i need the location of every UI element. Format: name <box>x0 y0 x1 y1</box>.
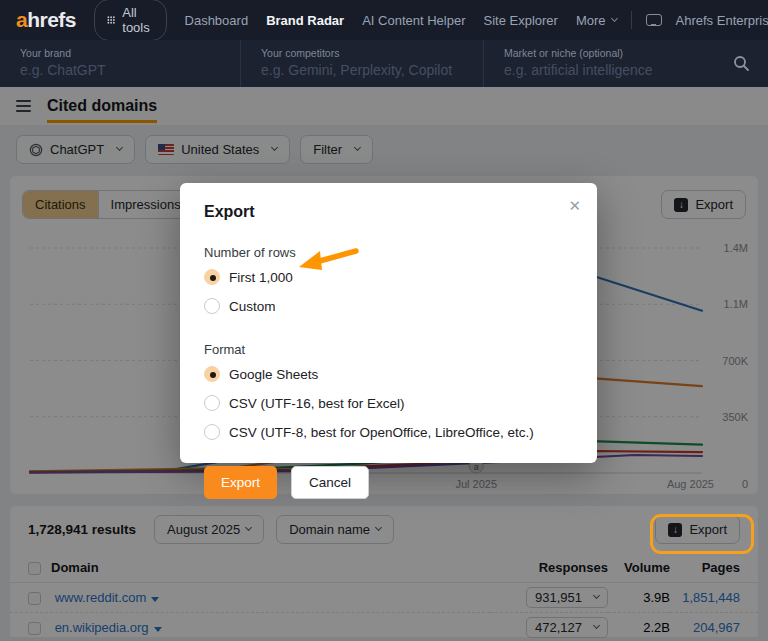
annotation-highlight-ring <box>650 514 754 554</box>
account-label: Ahrefs Enterprise <box>676 13 768 28</box>
grid-icon <box>107 14 115 26</box>
market-niche-label: Market or niche (optional) <box>504 47 728 59</box>
logo-a: a <box>16 8 27 32</box>
radio-label: Custom <box>229 299 276 314</box>
radio-first-1000[interactable]: First 1,000 <box>204 265 573 289</box>
export-modal: ✕ Export Number of rows First 1,000 Cust… <box>180 183 597 463</box>
format-group-label: Format <box>204 342 573 357</box>
radio-label: CSV (UTF-8, best for OpenOffice, LibreOf… <box>229 425 534 440</box>
close-icon[interactable]: ✕ <box>568 197 581 215</box>
radio-csv-utf8[interactable]: CSV (UTF-8, best for OpenOffice, LibreOf… <box>204 420 573 444</box>
radio-icon-selected <box>204 269 220 285</box>
brand-search-bar: Your brand e.g. ChatGPT Your competitors… <box>0 40 768 87</box>
your-brand-label: Your brand <box>20 47 240 59</box>
nav-more-menu[interactable]: More <box>576 13 617 28</box>
nav-item-dashboard[interactable]: Dashboard <box>185 13 249 28</box>
radio-icon <box>204 395 220 411</box>
ahrefs-logo[interactable]: ahrefs <box>16 8 76 32</box>
account-menu[interactable]: Ahrefs Enterprise <box>676 13 768 28</box>
more-label: More <box>576 13 606 28</box>
your-competitors-label: Your competitors <box>261 47 483 59</box>
nav-item-brand-radar[interactable]: Brand Radar <box>266 13 344 28</box>
modal-cancel-button[interactable]: Cancel <box>291 466 369 499</box>
radio-icon <box>204 424 220 440</box>
radio-google-sheets[interactable]: Google Sheets <box>204 362 573 386</box>
nav-divider <box>631 11 632 29</box>
annotation-arrow <box>296 242 362 276</box>
nav-item-site-explorer[interactable]: Site Explorer <box>484 13 558 28</box>
your-brand-field[interactable]: Your brand e.g. ChatGPT <box>0 40 240 87</box>
chevron-down-icon <box>611 14 618 21</box>
market-niche-placeholder: e.g. artificial intelligence <box>504 62 728 78</box>
radio-icon <box>204 298 220 314</box>
your-competitors-placeholder: e.g. Gemini, Perplexity, Copilot <box>261 62 483 78</box>
laptop-icon[interactable] <box>646 14 662 26</box>
modal-export-button[interactable]: Export <box>204 466 277 499</box>
radio-label: CSV (UTF-16, best for Excel) <box>229 396 405 411</box>
radio-label: First 1,000 <box>229 270 293 285</box>
radio-icon-selected <box>204 366 220 382</box>
market-niche-field[interactable]: Market or niche (optional) e.g. artifici… <box>483 40 728 87</box>
radio-label: Google Sheets <box>229 367 318 382</box>
radio-custom[interactable]: Custom <box>204 294 573 318</box>
rows-group-label: Number of rows <box>204 245 573 260</box>
radio-csv-utf16[interactable]: CSV (UTF-16, best for Excel) <box>204 391 573 415</box>
logo-rest: hrefs <box>27 8 76 32</box>
top-nav: ahrefs All tools Dashboard Brand Radar A… <box>0 0 768 40</box>
modal-title: Export <box>204 203 573 221</box>
all-tools-button[interactable]: All tools <box>94 0 166 41</box>
your-competitors-field[interactable]: Your competitors e.g. Gemini, Perplexity… <box>240 40 483 87</box>
search-icon[interactable] <box>733 55 750 72</box>
your-brand-placeholder: e.g. ChatGPT <box>20 62 240 78</box>
all-tools-label: All tools <box>122 5 153 35</box>
nav-item-ai-content-helper[interactable]: AI Content Helper <box>362 13 465 28</box>
